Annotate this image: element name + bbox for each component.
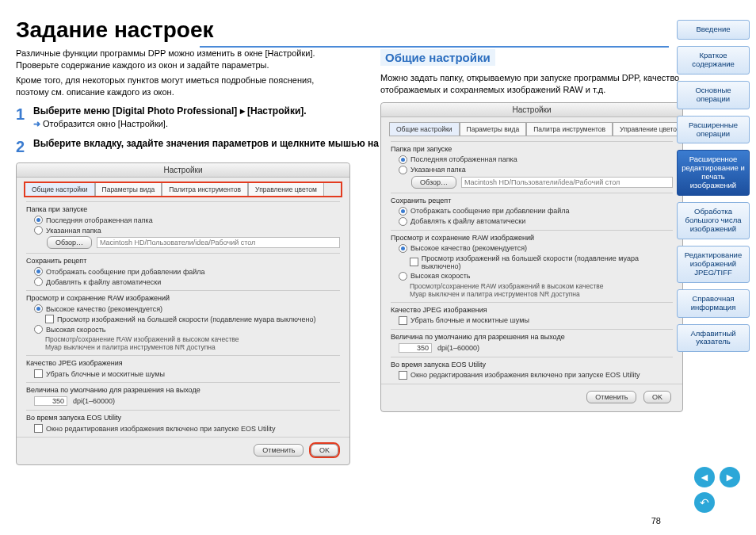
section-intro: Можно задать папку, открываемую при запу… bbox=[380, 72, 682, 96]
settings-window-plain: Настройки Общие настройки Параметры вида… bbox=[380, 102, 683, 412]
nav-basic[interactable]: Основные операции bbox=[677, 81, 750, 109]
radio-last-folder[interactable] bbox=[399, 155, 407, 164]
radio-spec-folder[interactable] bbox=[34, 226, 43, 235]
page-number: 78 bbox=[651, 516, 661, 525]
sidebar-nav: Введение Краткое содержание Основные опе… bbox=[677, 20, 750, 352]
check-eos[interactable] bbox=[34, 424, 43, 433]
intro-p2: Кроме того, для некоторых пунктов могут … bbox=[16, 75, 349, 98]
resolution-field[interactable]: 350 bbox=[34, 396, 67, 406]
cancel-button[interactable]: Отменить bbox=[586, 391, 636, 403]
radio-hs[interactable] bbox=[399, 272, 407, 281]
ok-button[interactable]: OK bbox=[643, 391, 671, 403]
nav-batch[interactable]: Обработка большого числа изображений bbox=[677, 202, 750, 239]
settings-window-highlighted: Настройки Общие настройки Параметры вида… bbox=[16, 162, 350, 465]
section-jpeg: Качество JPEG изображения bbox=[26, 359, 340, 367]
section-raw: Просмотр и сохранение RAW изображений bbox=[26, 294, 340, 302]
nav-advanced[interactable]: Расширенные операции bbox=[677, 116, 750, 144]
window-title: Настройки bbox=[17, 163, 349, 178]
radio-show-msg[interactable] bbox=[34, 267, 43, 276]
nav-jpeg-tiff[interactable]: Редактирование изображений JPEG/TIFF bbox=[677, 246, 750, 283]
radio-last-folder[interactable] bbox=[34, 216, 43, 224]
section-eos: Во время запуска EOS Utility bbox=[26, 414, 340, 422]
nav-index[interactable]: Алфавитный указатель bbox=[677, 324, 750, 353]
check-noise[interactable] bbox=[34, 369, 43, 378]
raw-note2: Муар выключен и палитра инструментов NR … bbox=[45, 343, 340, 351]
next-page-icon[interactable]: ► bbox=[720, 467, 740, 487]
arrow-icon: ➜ bbox=[33, 119, 40, 128]
tab-color[interactable]: Управление цветом bbox=[248, 182, 324, 197]
tab-general[interactable]: Общие настройки bbox=[389, 122, 460, 136]
tab-general[interactable]: Общие настройки bbox=[25, 182, 95, 197]
tab-tools[interactable]: Палитра инструментов bbox=[526, 122, 613, 136]
nav-reference[interactable]: Справочная информация bbox=[677, 289, 750, 318]
page-title: Задание настроек bbox=[16, 17, 669, 43]
radio-hs[interactable] bbox=[34, 325, 43, 334]
step-1-result: Отобразится окно [Настройки]. bbox=[43, 119, 168, 128]
check-noise[interactable] bbox=[399, 316, 407, 325]
section-heading: Общие настройки bbox=[380, 49, 495, 66]
step-1-text: Выберите меню [Digital Photo Professiona… bbox=[33, 105, 307, 117]
check-eos[interactable] bbox=[399, 371, 407, 380]
return-icon[interactable]: ↶ bbox=[694, 492, 715, 513]
check-fast-preview[interactable] bbox=[45, 315, 54, 323]
intro-p1: Различные функции программы DPP можно из… bbox=[16, 48, 349, 71]
section-recipe: Сохранить рецепт bbox=[26, 257, 340, 265]
path-field: Macintosh HD/Пользователи/idea/Рабочий с… bbox=[461, 177, 673, 188]
window-title: Настройки bbox=[381, 103, 682, 117]
section-resolution: Величина по умолчанию для разрешения на … bbox=[26, 386, 340, 394]
tab-tools[interactable]: Палитра инструментов bbox=[162, 182, 248, 197]
tabrow: Общие настройки Параметры вида Палитра и… bbox=[389, 122, 674, 136]
radio-hq[interactable] bbox=[34, 304, 43, 313]
radio-show-msg[interactable] bbox=[399, 207, 407, 216]
nav-intro[interactable]: Введение bbox=[677, 20, 750, 40]
path-field: Macintosh HD/Пользователи/idea/Рабочий с… bbox=[97, 237, 340, 248]
radio-auto-add[interactable] bbox=[399, 217, 407, 226]
title-rule bbox=[200, 46, 669, 48]
pager: ◄ ► ↶ bbox=[694, 467, 740, 513]
nav-edit-print[interactable]: Расширенное редактирование и печать изоб… bbox=[677, 150, 750, 196]
cancel-button[interactable]: Отменить bbox=[254, 444, 304, 457]
step-number: 2 bbox=[16, 138, 29, 156]
check-fast-preview[interactable] bbox=[410, 258, 418, 266]
step-number: 1 bbox=[16, 105, 29, 130]
radio-hq[interactable] bbox=[399, 244, 407, 253]
prev-page-icon[interactable]: ◄ bbox=[694, 467, 715, 487]
tabrow: Общие настройки Параметры вида Палитра и… bbox=[25, 182, 342, 197]
nav-contents[interactable]: Краткое содержание bbox=[677, 46, 750, 75]
step-2-text: Выберите вкладку, задайте значения парам… bbox=[33, 138, 439, 149]
radio-auto-add[interactable] bbox=[34, 277, 43, 286]
resolution-field[interactable]: 350 bbox=[399, 343, 432, 353]
raw-note1: Просмотр/сохранение RAW изображений в вы… bbox=[45, 335, 340, 343]
ok-button[interactable]: OK bbox=[311, 444, 338, 457]
radio-spec-folder[interactable] bbox=[399, 166, 407, 174]
browse-button[interactable]: Обзор… bbox=[47, 236, 92, 249]
tab-view[interactable]: Параметры вида bbox=[460, 122, 527, 136]
section-start-folder: Папка при запуске bbox=[26, 205, 340, 213]
browse-button[interactable]: Обзор… bbox=[411, 176, 456, 189]
tab-view[interactable]: Параметры вида bbox=[95, 182, 162, 197]
